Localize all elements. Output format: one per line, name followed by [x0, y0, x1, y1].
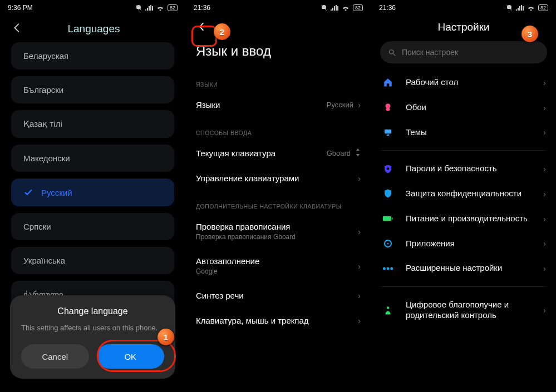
- svg-rect-5: [385, 130, 391, 134]
- settings-row[interactable]: Обои›: [371, 95, 556, 120]
- chevron-right-icon: ›: [543, 239, 546, 248]
- row-tts[interactable]: Синтез речи ›: [186, 283, 371, 308]
- section-languages: ЯЗЫКИ: [186, 69, 371, 92]
- settings-group-2: Пароли и безопасность›Защита конфиденциа…: [371, 156, 556, 281]
- settings-row[interactable]: Расширенные настройки›: [371, 256, 556, 281]
- language-option[interactable]: Беларуская: [11, 42, 174, 70]
- row-spellcheck[interactable]: Проверка правописания Проверка правописа…: [186, 214, 371, 249]
- annotation-2: 2: [214, 23, 230, 40]
- chevron-right-icon: ›: [543, 305, 546, 315]
- wifi-icon: [342, 5, 350, 11]
- language-option[interactable]: Македонски: [11, 145, 174, 172]
- status-bar: 21:36 82: [371, 0, 556, 16]
- arrow-left-icon: [11, 22, 23, 34]
- dnd-icon: [506, 4, 513, 11]
- arrow-left-icon: [196, 21, 208, 33]
- header: [186, 16, 371, 40]
- svg-rect-9: [392, 217, 393, 219]
- dialog-title: Change language: [21, 306, 164, 316]
- row-current-keyboard[interactable]: Текущая клавиатура Gboard: [186, 141, 371, 166]
- svg-point-3: [390, 49, 394, 54]
- language-option[interactable]: Қазақ тілі: [11, 110, 174, 138]
- svg-point-11: [387, 242, 389, 244]
- signal-icon: [145, 5, 153, 11]
- battery-icon: 82: [538, 4, 548, 11]
- battery-icon: [381, 215, 395, 222]
- wifi-icon: [156, 5, 164, 11]
- settings-row[interactable]: Приложения›: [371, 231, 556, 256]
- theme-icon: [381, 127, 395, 137]
- status-icons: 82: [135, 4, 178, 11]
- back-button[interactable]: [8, 18, 27, 39]
- settings-row[interactable]: Рабочий стол›: [371, 70, 556, 95]
- status-bar: 21:36 82: [186, 0, 371, 16]
- chevron-right-icon: ›: [358, 316, 361, 325]
- apps-icon: [381, 239, 395, 249]
- chevron-right-icon: ›: [543, 164, 546, 173]
- svg-point-7: [387, 167, 390, 170]
- svg-rect-8: [383, 216, 391, 221]
- language-option[interactable]: Български: [11, 76, 174, 103]
- header: Languages: [0, 16, 185, 42]
- svg-line-4: [393, 53, 395, 56]
- settings-row[interactable]: Цифровое благополучие и родительский кон…: [371, 292, 556, 328]
- wellbeing-icon: [381, 305, 395, 315]
- page-title: Язык и ввод: [186, 40, 371, 69]
- chevron-right-icon: ›: [358, 227, 361, 236]
- back-button[interactable]: [190, 16, 214, 39]
- language-option[interactable]: Русский: [11, 178, 174, 206]
- chevron-right-icon: ›: [543, 189, 546, 199]
- row-keyboard-mgmt[interactable]: Управление клавиатурами ›: [186, 166, 371, 191]
- status-time: 9:36 PM: [8, 4, 33, 12]
- section-extra: ДОПОЛНИТЕЛЬНЫЕ НАСТРОЙКИ КЛАВИАТУРЫ: [186, 191, 371, 214]
- svg-point-15: [387, 306, 390, 309]
- page-title: Languages: [27, 23, 161, 35]
- search-input[interactable]: Поиск настроек: [380, 41, 547, 63]
- ok-button[interactable]: OK: [97, 344, 165, 369]
- updown-icon: [355, 148, 361, 158]
- signal-icon: [516, 5, 524, 11]
- svg-point-13: [387, 267, 390, 270]
- row-autofill[interactable]: Автозаполнение Google ›: [186, 249, 371, 283]
- settings-row[interactable]: Питание и производительность›: [371, 206, 556, 231]
- chevron-right-icon: ›: [358, 291, 361, 300]
- language-option[interactable]: Українська: [11, 247, 174, 274]
- section-input: СПОСОБЫ ВВОДА: [186, 117, 371, 141]
- language-list[interactable]: БеларускаяБългарскиҚазақ тіліМакедонскиР…: [0, 42, 185, 309]
- more-icon: [381, 266, 395, 271]
- settings-group-1: Рабочий стол›Обои›Темы›: [371, 70, 556, 145]
- status-time: 21:36: [379, 4, 396, 12]
- screen-languages: 9:36 PM 82 Languages БеларускаяБългарски…: [0, 0, 185, 392]
- dialog-body: This setting affects all users on this p…: [21, 323, 164, 333]
- divider: [381, 286, 546, 287]
- row-kmt[interactable]: Клавиатура, мышь и трекпад ›: [186, 308, 371, 333]
- svg-rect-6: [387, 135, 390, 136]
- svg-point-12: [383, 267, 386, 270]
- cancel-button[interactable]: Cancel: [21, 344, 89, 369]
- chevron-right-icon: ›: [543, 78, 546, 87]
- annotation-1: 1: [158, 329, 174, 345]
- settings-group-3: Цифровое благополучие и родительский кон…: [371, 292, 556, 328]
- search-placeholder: Поиск настроек: [402, 48, 458, 57]
- row-languages[interactable]: Языки Русский ›: [186, 92, 371, 117]
- battery-icon: 82: [353, 4, 363, 11]
- chevron-right-icon: ›: [358, 173, 361, 183]
- divider: [381, 150, 546, 151]
- signal-icon: [331, 5, 338, 11]
- shield-icon: [381, 164, 395, 174]
- dnd-icon: [321, 4, 327, 11]
- settings-row[interactable]: Защита конфиденциальности›: [371, 181, 556, 206]
- chevron-right-icon: ›: [543, 264, 546, 273]
- settings-row[interactable]: Темы›: [371, 120, 556, 145]
- annotation-3: 3: [521, 26, 538, 42]
- privacy-icon: [381, 188, 395, 199]
- wallpaper-icon: [381, 102, 395, 112]
- screen-lang-input: 21:36 82 2 Язык и ввод ЯЗЫКИ Языки Русск…: [185, 0, 371, 392]
- language-option[interactable]: Српски: [11, 213, 174, 240]
- settings-row[interactable]: Пароли и безопасность›: [371, 156, 556, 181]
- status-icons: 82: [506, 4, 548, 11]
- battery-icon: 82: [168, 4, 178, 11]
- status-bar: 9:36 PM 82: [0, 0, 185, 16]
- chevron-right-icon: ›: [543, 127, 546, 137]
- dnd-icon: [135, 4, 142, 11]
